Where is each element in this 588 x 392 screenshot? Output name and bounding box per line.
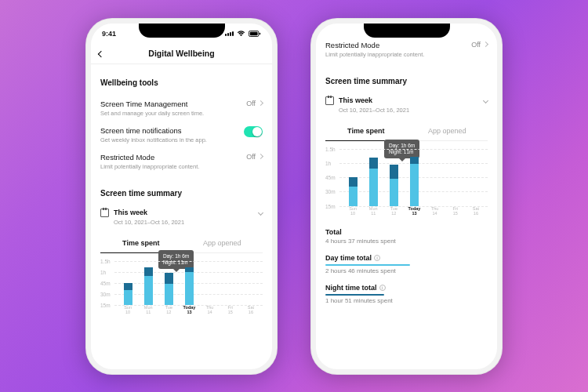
- x-tick: Fri15: [445, 206, 466, 216]
- week-label: This week: [114, 209, 147, 216]
- week-selector[interactable]: This week: [325, 93, 488, 107]
- night-total-value: 1 hour 51 minutes spent: [325, 297, 488, 304]
- chart-bar[interactable]: [343, 177, 363, 205]
- summary-title: Screen time summary: [100, 189, 263, 198]
- phone-left: 9:41 Digital Wellbeing Wellbeing tools S…: [85, 18, 278, 375]
- chart-bar[interactable]: [404, 157, 424, 205]
- restricted-value: Off: [246, 153, 256, 161]
- summary-tabs: Time spent App opened: [325, 122, 488, 141]
- screen-time-chart: Day: 1h 6m Night: 11m 1.5h1h45m30m15mSun…: [325, 141, 488, 216]
- restricted-title: Restricted Mode: [100, 153, 199, 162]
- calendar-icon: [100, 209, 109, 217]
- row-screen-time-management[interactable]: Screen Time Management Set and manage yo…: [100, 95, 263, 122]
- info-icon[interactable]: i: [374, 255, 380, 261]
- chevron-right-icon: [483, 42, 488, 47]
- day-total-block: Day time totali 2 hours 46 minutes spent: [325, 254, 488, 274]
- week-label: This week: [339, 96, 372, 104]
- chevron-down-icon: [483, 97, 488, 103]
- restricted-title: Restricted Mode: [325, 41, 424, 49]
- nav-bar: Digital Wellbeing: [91, 44, 272, 64]
- y-tick: 30m: [325, 189, 336, 194]
- notifications-toggle[interactable]: [244, 126, 263, 137]
- y-tick: 1.5h: [325, 146, 336, 151]
- phone-right: Restricted Mode Limit potentially inappr…: [310, 18, 503, 375]
- stm-sub: Set and manage your daily screen time.: [100, 110, 204, 117]
- x-tick: Mon11: [138, 305, 158, 314]
- x-tick: Sun10: [118, 305, 138, 314]
- stm-value: Off: [246, 100, 256, 107]
- tab-time-spent[interactable]: Time spent: [325, 122, 407, 141]
- week-range: Oct 10, 2021–Oct 16, 2021: [100, 219, 263, 226]
- y-tick: 45m: [325, 175, 336, 180]
- wifi-icon: [237, 31, 245, 37]
- chevron-right-icon: [258, 154, 263, 159]
- total-value: 4 hours 37 minutes spent: [325, 238, 488, 245]
- battery-icon: [249, 31, 261, 37]
- x-tick: Thu14: [200, 305, 220, 314]
- x-tick: Today13: [404, 206, 424, 216]
- y-tick: 1.5h: [100, 258, 111, 263]
- screen-time-chart: Day: 1h 6m Night: 11m 1.5h1h45m30m15mSun…: [100, 253, 263, 314]
- night-total-block: Night time totali 1 hour 51 minutes spen…: [325, 284, 488, 304]
- y-tick: 15m: [325, 203, 336, 209]
- x-tick: Today13: [179, 305, 199, 314]
- row-restricted-mode[interactable]: Restricted Mode Limit potentially inappr…: [325, 39, 488, 63]
- notch: [139, 24, 225, 38]
- chevron-right-icon: [258, 100, 263, 106]
- restricted-sub: Limit potentially inappropriate content.: [325, 51, 424, 58]
- tab-app-opened[interactable]: App opened: [407, 122, 488, 141]
- calendar-icon: [325, 96, 334, 105]
- y-tick: 1h: [325, 160, 331, 165]
- chevron-down-icon: [258, 209, 263, 215]
- total-block: Total 4 hours 37 minutes spent: [325, 228, 488, 245]
- y-tick: 30m: [100, 291, 111, 296]
- page-title: Digital Wellbeing: [148, 49, 214, 58]
- svg-rect-2: [260, 32, 260, 34]
- night-total-bar: [325, 294, 384, 296]
- notif-title: Screen time notifications: [100, 126, 207, 135]
- svg-rect-1: [250, 31, 258, 34]
- info-icon[interactable]: i: [379, 285, 386, 291]
- x-tick: Tue12: [158, 305, 179, 314]
- clock: 9:41: [102, 30, 116, 38]
- night-total-label: Night time total: [325, 284, 377, 292]
- x-tick: Mon11: [363, 206, 383, 216]
- section-title: Wellbeing tools: [100, 78, 263, 87]
- x-tick: Thu14: [425, 206, 445, 216]
- y-tick: 15m: [100, 302, 111, 307]
- stm-title: Screen Time Management: [100, 100, 204, 108]
- x-tick: Sat16: [466, 206, 486, 216]
- chart-bar[interactable]: [158, 273, 179, 304]
- y-tick: 1h: [100, 269, 106, 274]
- row-notifications[interactable]: Screen time notifications Get weekly inb…: [100, 122, 263, 148]
- day-total-bar: [325, 264, 410, 266]
- restricted-value: Off: [471, 41, 481, 49]
- x-tick: Sat16: [241, 305, 261, 314]
- week-selector[interactable]: This week: [100, 205, 263, 219]
- week-range: Oct 10, 2021–Oct 16, 2021: [325, 107, 488, 114]
- row-restricted-mode[interactable]: Restricted Mode Limit potentially inappr…: [100, 148, 263, 175]
- chart-bar[interactable]: [138, 267, 158, 304]
- total-label: Total: [325, 228, 342, 236]
- notif-sub: Get weekly inbox notifications in the ap…: [100, 136, 207, 143]
- tab-app-opened[interactable]: App opened: [182, 234, 263, 253]
- summary-title: Screen time summary: [325, 77, 488, 85]
- x-tick: Sun10: [343, 206, 363, 216]
- x-tick: Fri15: [220, 305, 241, 314]
- y-tick: 45m: [100, 280, 111, 285]
- signal-icon: [225, 31, 234, 36]
- x-tick: Tue12: [383, 206, 404, 216]
- back-button[interactable]: [99, 49, 103, 58]
- chart-bar[interactable]: [118, 283, 138, 305]
- notch: [364, 24, 450, 38]
- day-total-label: Day time total: [325, 254, 372, 262]
- restricted-sub: Limit potentially inappropriate content.: [100, 163, 199, 170]
- chart-bar[interactable]: [363, 158, 383, 206]
- chart-bar[interactable]: [383, 165, 404, 206]
- day-total-value: 2 hours 46 minutes spent: [325, 267, 488, 274]
- chart-bar[interactable]: [179, 267, 199, 305]
